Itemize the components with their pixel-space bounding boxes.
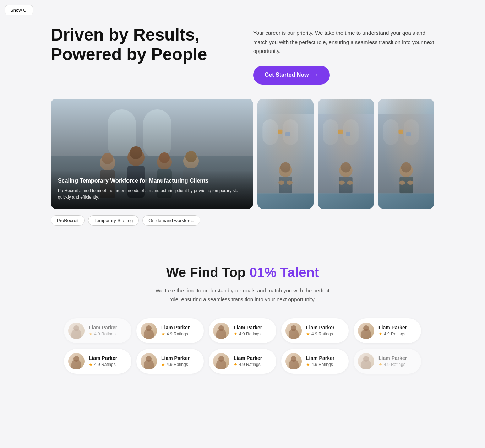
talent-info: Liam Parker ★ 4.9 Ratings [306, 355, 334, 367]
hero-left: Driven by Results, Powered by People [51, 25, 232, 64]
show-ui-button[interactable]: Show UI [5, 5, 33, 15]
talent-name: Liam Parker [306, 325, 334, 330]
svg-rect-40 [383, 119, 398, 145]
svg-rect-46 [399, 176, 413, 193]
talent-card[interactable]: Liam Parker ★ 4.9 Ratings [281, 349, 349, 374]
hero-title: Driven by Results, Powered by People [51, 25, 232, 64]
svg-point-26 [287, 180, 293, 184]
hero-section: Driven by Results, Powered by People You… [51, 0, 434, 99]
talent-rating: ★ 4.9 Ratings [306, 362, 334, 367]
talent-card[interactable]: Liam Parker ★ 4.9 Ratings [354, 318, 421, 343]
svg-rect-17 [257, 114, 314, 193]
talent-rating: ★ 4.9 Ratings [161, 331, 190, 336]
gallery-main-image[interactable]: Scaling Temporary Workforce for Manufact… [51, 99, 253, 209]
gallery-grid: Scaling Temporary Workforce for Manufact… [51, 99, 434, 209]
talent-rows: Liam Parker ★ 4.9 Ratings Liam Parker ★ … [51, 318, 434, 374]
star-icon: ★ [161, 331, 165, 336]
svg-rect-20 [278, 129, 282, 133]
talent-card[interactable]: Liam Parker ★ 4.9 Ratings [209, 349, 276, 374]
gallery-side-images [257, 99, 434, 209]
svg-rect-24 [279, 176, 292, 193]
hero-right: Your career is our priority. We take the… [253, 25, 434, 85]
star-icon: ★ [378, 331, 382, 336]
star-icon: ★ [234, 331, 238, 336]
talent-card[interactable]: Liam Parker ★ 4.9 Ratings [136, 318, 204, 343]
star-icon: ★ [306, 331, 310, 336]
talent-row-1: Liam Parker ★ 4.9 Ratings Liam Parker ★ … [51, 318, 434, 343]
talent-info: Liam Parker ★ 4.9 Ratings [161, 325, 190, 336]
talent-rating: ★ 4.9 Ratings [234, 331, 262, 336]
svg-point-25 [278, 180, 284, 184]
avatar [285, 353, 302, 369]
talent-name: Liam Parker [89, 355, 117, 361]
svg-rect-29 [323, 119, 338, 145]
svg-point-48 [407, 180, 413, 184]
talent-name: Liam Parker [161, 325, 190, 330]
section-divider [51, 247, 434, 247]
avatar [213, 353, 229, 369]
svg-rect-49 [378, 114, 434, 193]
talent-card[interactable]: Liam Parker ★ 4.9 Ratings [136, 349, 204, 374]
gallery-side-image-1[interactable] [257, 99, 314, 209]
gallery-side-image-3[interactable] [378, 99, 434, 209]
talent-rating: ★ 4.9 Ratings [161, 362, 190, 367]
talent-rating: ★ 4.9 Ratings [89, 331, 117, 336]
talent-rating: ★ 4.9 Ratings [234, 362, 262, 367]
arrow-icon: → [312, 71, 318, 79]
talent-rating: ★ 4.9 Ratings [378, 362, 407, 367]
svg-point-33 [339, 164, 352, 177]
svg-rect-41 [404, 119, 419, 145]
talent-card[interactable]: Liam Parker ★ 4.9 Ratings [281, 318, 349, 343]
hero-description: Your career is our priority. We take the… [253, 28, 434, 56]
avatar [285, 323, 302, 339]
svg-rect-38 [318, 114, 374, 193]
talent-rating: ★ 4.9 Ratings [89, 362, 117, 367]
avatar [68, 323, 85, 339]
talent-heading: We Find Top 01% Talent [51, 265, 434, 280]
get-started-button[interactable]: Get Started Now → [253, 66, 330, 85]
tag-temporary-staffing[interactable]: Temporary Staffing [88, 215, 139, 226]
svg-point-23 [280, 162, 291, 172]
avatar [141, 323, 157, 339]
avatar [213, 323, 229, 339]
talent-name: Liam Parker [161, 355, 190, 361]
svg-point-34 [341, 162, 351, 172]
svg-rect-42 [398, 129, 403, 133]
talent-card[interactable]: Liam Parker ★ 4.9 Ratings [64, 349, 131, 374]
avatar [141, 353, 157, 369]
avatar [358, 323, 374, 339]
talent-description: We take the time to understand your goal… [150, 286, 335, 304]
svg-point-37 [347, 180, 353, 184]
talent-name: Liam Parker [378, 325, 407, 330]
talent-card[interactable]: Liam Parker ★ 4.9 Ratings [209, 318, 276, 343]
talent-section: We Find Top 01% Talent We take the time … [51, 265, 434, 395]
svg-rect-43 [406, 132, 411, 136]
avatar [68, 353, 85, 369]
talent-rating: ★ 4.9 Ratings [306, 331, 334, 336]
talent-info: Liam Parker ★ 4.9 Ratings [89, 355, 117, 367]
svg-rect-19 [283, 119, 298, 145]
svg-rect-39 [378, 114, 434, 193]
star-icon: ★ [306, 362, 310, 367]
svg-rect-31 [338, 129, 343, 133]
talent-info: Liam Parker ★ 4.9 Ratings [306, 325, 334, 336]
gallery-overlay: Scaling Temporary Workforce for Manufact… [51, 170, 253, 209]
talent-card[interactable]: Liam Parker ★ 4.9 Ratings [64, 318, 131, 343]
star-icon: ★ [161, 362, 165, 367]
svg-rect-27 [257, 114, 314, 193]
talent-info: Liam Parker ★ 4.9 Ratings [161, 355, 190, 367]
gallery-main-desc: ProRecruit aimed to meet the urgent need… [58, 188, 246, 200]
talent-info: Liam Parker ★ 4.9 Ratings [378, 355, 407, 367]
gallery-tags: ProRecruit Temporary Staffing On-demand … [51, 215, 434, 226]
svg-point-45 [401, 162, 412, 172]
tag-ondemand-workforce[interactable]: On-demand workforce [142, 215, 200, 226]
svg-rect-32 [346, 132, 350, 136]
star-icon: ★ [89, 331, 93, 336]
talent-name: Liam Parker [306, 355, 334, 361]
talent-row-2: Liam Parker ★ 4.9 Ratings Liam Parker ★ … [51, 349, 434, 374]
talent-name: Liam Parker [234, 325, 262, 330]
talent-card[interactable]: Liam Parker ★ 4.9 Ratings [354, 349, 421, 374]
gallery-side-image-2[interactable] [318, 99, 374, 209]
svg-rect-18 [262, 119, 278, 145]
tag-prorecruit[interactable]: ProRecruit [51, 215, 85, 226]
